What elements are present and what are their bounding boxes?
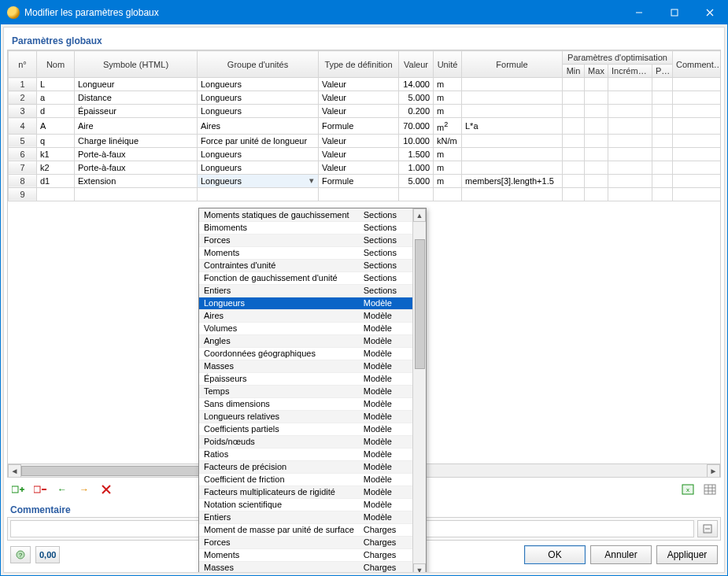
row-number[interactable]: 9 (9, 187, 37, 201)
cell-formula[interactable] (462, 78, 563, 91)
cell-max[interactable] (585, 174, 608, 187)
cell-group[interactable]: Longueurs (198, 91, 319, 105)
cell-symbole[interactable]: Distance (75, 91, 198, 105)
col-sym[interactable]: Symbole (HTML) (75, 51, 198, 78)
clear-button[interactable] (97, 481, 116, 498)
cell-pas[interactable] (652, 161, 673, 174)
cell-inc[interactable] (608, 105, 652, 118)
scroll-right-icon[interactable]: ► (707, 464, 720, 478)
cell-def[interactable]: Valeur (319, 134, 399, 147)
unit-group-dropdown[interactable]: Moments statiques de gauchissementSectio… (198, 208, 427, 573)
dropdown-item[interactable]: Facteurs multiplicateurs de rigiditéModè… (199, 486, 412, 498)
cell-comment[interactable] (673, 147, 721, 161)
dropdown-item[interactable]: EntiersModèle (199, 511, 412, 523)
cell-def[interactable]: Valeur (319, 105, 399, 118)
cell-nom[interactable]: k1 (37, 147, 75, 161)
table-row[interactable]: 7k2Porte-à-fauxLongueursValeur1.000m (9, 161, 722, 174)
row-number[interactable]: 2 (9, 91, 37, 105)
dropdown-item[interactable]: EntiersSections (199, 284, 412, 297)
cell-value[interactable] (399, 187, 434, 201)
cell-value[interactable]: 1.000 (399, 161, 434, 174)
dropdown-item[interactable]: Contraintes d'unitéSections (199, 259, 412, 271)
cell-value[interactable]: 0.200 (399, 105, 434, 118)
dropdown-item[interactable]: Moment de masse par unité de surfaceChar… (199, 523, 412, 536)
dropdown-scrollbar[interactable]: ▲ ▼ (412, 209, 426, 573)
col-form[interactable]: Formule (462, 51, 563, 78)
col-optim-group[interactable]: Paramètres d'optimisation (563, 51, 673, 65)
help-button[interactable]: ? (10, 546, 31, 563)
cell-inc[interactable] (608, 118, 652, 135)
dropdown-item[interactable]: AiresModèle (199, 309, 412, 322)
table-row[interactable]: 3dÉpaisseurLongueursValeur0.200m (9, 105, 722, 118)
insert-row-button[interactable] (9, 481, 28, 498)
cell-def[interactable]: Valeur (319, 78, 399, 91)
cell-min[interactable] (563, 118, 585, 135)
cell-def[interactable]: Formule (319, 118, 399, 135)
cell-symbole[interactable]: Charge linéique (75, 134, 198, 147)
cell-pas[interactable] (652, 91, 673, 105)
dropdown-item[interactable]: Fonction de gauchissement d'unitéSection… (199, 271, 412, 284)
cell-formula[interactable]: members[3].length+1.5 (462, 174, 563, 187)
cell-unit[interactable]: m (434, 91, 462, 105)
scroll-down-icon[interactable]: ▼ (413, 563, 426, 573)
cell-pas[interactable] (652, 78, 673, 91)
cell-value[interactable]: 10.000 (399, 134, 434, 147)
dropdown-item[interactable]: Moments statiques de gauchissementSectio… (199, 209, 412, 221)
col-pas[interactable]: Pas (652, 65, 673, 78)
cell-def[interactable] (319, 187, 399, 201)
move-right-button[interactable]: → (75, 481, 94, 498)
maximize-button[interactable] (656, 1, 692, 24)
cell-formula[interactable] (462, 105, 563, 118)
dropdown-scroll-thumb[interactable] (415, 239, 425, 369)
cell-inc[interactable] (608, 187, 652, 201)
cell-min[interactable] (563, 174, 585, 187)
col-nom[interactable]: Nom (37, 51, 75, 78)
cell-inc[interactable] (608, 134, 652, 147)
cell-group[interactable] (198, 187, 319, 201)
cell-comment[interactable] (673, 91, 721, 105)
dropdown-item[interactable]: ForcesCharges (199, 536, 412, 548)
col-max[interactable]: Max (585, 65, 608, 78)
cell-inc[interactable] (608, 78, 652, 91)
cell-group[interactable]: Longueurs (198, 161, 319, 174)
row-number[interactable]: 1 (9, 78, 37, 91)
cell-unit[interactable]: m (434, 78, 462, 91)
cell-nom[interactable]: q (37, 134, 75, 147)
scroll-left-icon[interactable]: ◄ (8, 464, 21, 478)
dropdown-item[interactable]: Facteurs de précisionModèle (199, 460, 412, 473)
cell-value[interactable]: 14.000 (399, 78, 434, 91)
table-row[interactable]: 4AAireAiresFormule70.000m2L*a (9, 118, 722, 135)
col-min[interactable]: Min (563, 65, 585, 78)
cell-nom[interactable]: A (37, 118, 75, 135)
col-grp[interactable]: Groupe d'unités (198, 51, 319, 78)
cell-pas[interactable] (652, 118, 673, 135)
apply-button[interactable]: Appliquer (656, 545, 718, 564)
dropdown-item[interactable]: Notation scientifiqueModèle (199, 498, 412, 511)
dropdown-item[interactable]: Longueurs relativesModèle (199, 410, 412, 423)
cell-symbole[interactable]: Extension (75, 174, 198, 187)
cell-max[interactable] (585, 105, 608, 118)
cell-max[interactable] (585, 147, 608, 161)
row-number[interactable]: 8 (9, 174, 37, 187)
cell-def[interactable]: Valeur (319, 91, 399, 105)
export-table-button[interactable] (700, 481, 719, 498)
units-button[interactable]: 0,00 (35, 546, 60, 563)
cell-max[interactable] (585, 134, 608, 147)
cell-comment[interactable] (673, 118, 721, 135)
cell-def[interactable]: Formule (319, 174, 399, 187)
close-button[interactable] (692, 1, 727, 24)
cell-pas[interactable] (652, 187, 673, 201)
dropdown-item[interactable]: MassesCharges (199, 561, 412, 573)
row-number[interactable]: 7 (9, 161, 37, 174)
cell-symbole[interactable]: Épaisseur (75, 105, 198, 118)
cell-comment[interactable] (673, 187, 721, 201)
table-row[interactable]: 9 (9, 187, 722, 201)
dropdown-item[interactable]: MomentsCharges (199, 548, 412, 561)
dropdown-item[interactable]: Sans dimensionsModèle (199, 397, 412, 410)
table-row[interactable]: 1LLongueurLongueursValeur14.000m (9, 78, 722, 91)
dropdown-item[interactable]: Coefficient de frictionModèle (199, 473, 412, 486)
dropdown-item[interactable]: VolumesModèle (199, 322, 412, 334)
comment-picker-button[interactable] (697, 520, 718, 537)
cell-comment[interactable] (673, 105, 721, 118)
chevron-down-icon[interactable]: ▾ (308, 176, 316, 184)
